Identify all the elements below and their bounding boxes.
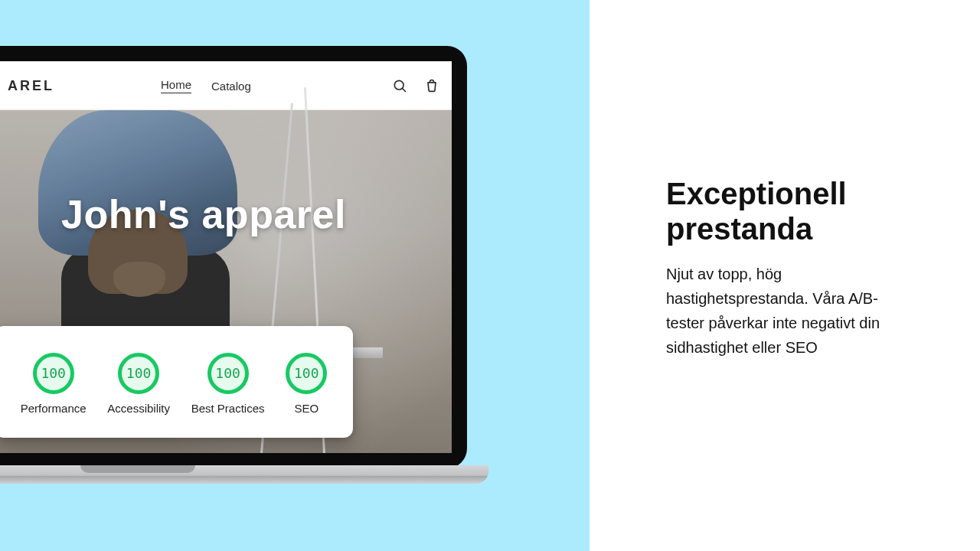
gauge-performance: 100 <box>33 353 74 394</box>
search-icon[interactable] <box>392 78 407 93</box>
laptop-base <box>0 465 488 484</box>
promo-text-pane: Exceptionell prestanda Njut av topp, hög… <box>590 0 980 551</box>
metric-accessibility: 100 Accessibility <box>107 353 170 415</box>
metric-label: SEO <box>294 402 318 415</box>
promo-heading: Exceptionell prestanda <box>666 176 903 246</box>
metric-seo: 100 SEO <box>286 353 327 415</box>
promo-body: Njut av topp, hög hastighetsprestanda. V… <box>666 262 903 360</box>
laptop-hinge-notch <box>80 465 195 473</box>
gauge-seo: 100 <box>286 353 327 394</box>
cart-icon[interactable] <box>424 78 439 93</box>
metric-label: Performance <box>21 402 87 415</box>
header-icon-group <box>392 61 439 110</box>
gauge-best-practices: 100 <box>207 353 249 394</box>
gauge-accessibility: 100 <box>118 353 159 394</box>
hero-title: John's apparel <box>61 191 346 237</box>
svg-line-1 <box>403 89 406 92</box>
metric-label: Best Practices <box>191 402 265 415</box>
metric-performance: 100 Performance <box>21 353 87 415</box>
marketing-slide: AREL Home Catalog <box>0 0 980 551</box>
metric-label: Accessibility <box>107 402 170 415</box>
laptop-showcase-pane: AREL Home Catalog <box>0 0 590 551</box>
laptop-mockup: AREL Home Catalog <box>0 46 467 486</box>
lighthouse-score-card: 100 Performance 100 Accessibility 100 Be… <box>0 326 353 438</box>
metric-best-practices: 100 Best Practices <box>191 353 265 415</box>
